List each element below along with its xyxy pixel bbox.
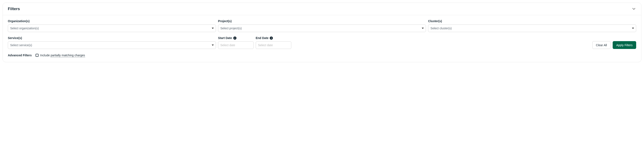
cluster-select[interactable]: Select cluster(s) bbox=[428, 24, 636, 32]
apply-filters-button[interactable]: Apply Filters bbox=[613, 41, 636, 49]
project-placeholder: Select project(s) bbox=[220, 27, 242, 30]
include-dotted-text: partially matching charges bbox=[50, 54, 85, 57]
filters-title: Filters bbox=[8, 6, 20, 11]
cluster-placeholder: Select cluster(s) bbox=[430, 27, 452, 30]
include-partial-label: Include partially matching charges bbox=[40, 54, 85, 57]
cluster-field: Cluster(s) Select cluster(s) bbox=[428, 19, 636, 32]
filter-actions: Clear All Apply Filters bbox=[592, 41, 636, 49]
service-label: Service(s) bbox=[8, 36, 216, 40]
end-date-input[interactable] bbox=[256, 41, 291, 49]
organization-label: Organization(s) bbox=[8, 19, 216, 23]
chevron-down-icon bbox=[632, 6, 636, 11]
organization-field: Organization(s) Select organization(s) bbox=[8, 19, 216, 32]
organization-placeholder: Select organization(s) bbox=[10, 27, 39, 30]
service-placeholder: Select service(s) bbox=[10, 43, 32, 47]
filters-panel: Filters Organization(s) Select organizat… bbox=[2, 2, 642, 62]
advanced-filters-title: Advanced Filters bbox=[8, 54, 32, 57]
project-field: Project(s) Select project(s) bbox=[218, 19, 426, 32]
advanced-filters-row: Advanced Filters Include partially match… bbox=[8, 54, 636, 57]
service-field: Service(s) Select service(s) bbox=[8, 36, 216, 49]
project-label: Project(s) bbox=[218, 19, 426, 23]
start-date-field: Start Date i bbox=[218, 36, 254, 49]
include-partial-checkbox[interactable]: Include partially matching charges bbox=[36, 54, 85, 57]
start-date-label: Start Date i bbox=[218, 36, 254, 40]
filters-row-1: Organization(s) Select organization(s) P… bbox=[8, 19, 636, 32]
end-date-label-text: End Date bbox=[256, 36, 269, 40]
filters-body: Organization(s) Select organization(s) P… bbox=[3, 15, 641, 62]
project-select[interactable]: Select project(s) bbox=[218, 24, 426, 32]
cluster-label: Cluster(s) bbox=[428, 19, 636, 23]
filters-header[interactable]: Filters bbox=[3, 3, 641, 15]
include-prefix: Include bbox=[40, 54, 50, 57]
start-date-label-text: Start Date bbox=[218, 36, 232, 40]
start-date-input[interactable] bbox=[218, 41, 254, 49]
info-icon[interactable]: i bbox=[233, 36, 236, 40]
date-fields: Start Date i End Date i bbox=[218, 36, 291, 49]
end-date-label: End Date i bbox=[256, 36, 291, 40]
checkbox-icon bbox=[36, 54, 38, 57]
info-icon[interactable]: i bbox=[270, 36, 273, 40]
clear-all-button[interactable]: Clear All bbox=[592, 41, 610, 49]
end-date-field: End Date i bbox=[256, 36, 291, 49]
organization-select[interactable]: Select organization(s) bbox=[8, 24, 216, 32]
filters-row-2: Service(s) Select service(s) Start Date … bbox=[8, 36, 636, 49]
service-select[interactable]: Select service(s) bbox=[8, 41, 216, 49]
